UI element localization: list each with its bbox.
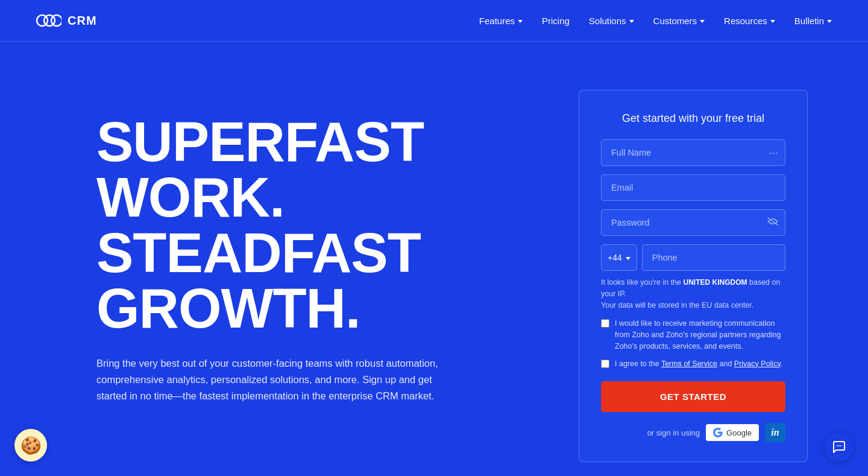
marketing-checkbox[interactable] xyxy=(601,319,609,328)
nav-pricing[interactable]: Pricing xyxy=(542,13,570,28)
eye-slash-icon[interactable] xyxy=(767,217,778,228)
email-field xyxy=(601,174,785,201)
hero-headline: SUPERFAST WORK. STEADFAST GROWTH. xyxy=(96,114,440,336)
terms-link[interactable]: Terms of Service xyxy=(661,360,717,368)
full-name-input[interactable] xyxy=(601,139,785,166)
google-label: Google xyxy=(726,428,752,437)
google-signin-button[interactable]: Google xyxy=(706,424,759,441)
privacy-link[interactable]: Privacy Policy xyxy=(734,360,781,368)
autofill-icon: ⋯ xyxy=(769,147,778,159)
nav-features[interactable]: Features xyxy=(479,13,523,28)
hero-subtext: Bring the very best out of your customer… xyxy=(96,355,440,405)
chat-icon xyxy=(832,440,846,454)
chevron-down-icon xyxy=(770,20,775,23)
ip-notice: It looks like you're in the UNITED KINGD… xyxy=(601,277,785,311)
zoho-crm-logo-icon xyxy=(36,12,61,29)
hero-content: SUPERFAST WORK. STEADFAST GROWTH. Bring … xyxy=(96,78,440,405)
signup-form-panel: Get started with your free trial ⋯ +44 xyxy=(579,90,808,462)
hero-section: SUPERFAST WORK. STEADFAST GROWTH. Bring … xyxy=(0,42,868,476)
nav-resources[interactable]: Resources xyxy=(724,13,775,28)
password-input[interactable] xyxy=(601,209,785,236)
full-name-field: ⋯ xyxy=(601,139,785,166)
form-title: Get started with your free trial xyxy=(601,112,785,125)
nav-menu: Features Pricing Solutions Customers Res… xyxy=(479,13,832,28)
chevron-down-icon xyxy=(518,20,523,23)
chat-widget[interactable] xyxy=(825,433,854,462)
terms-checkbox-row: I agree to the Terms of Service and Priv… xyxy=(601,358,785,370)
cookie-widget[interactable]: 🍪 xyxy=(14,429,47,462)
terms-checkbox[interactable] xyxy=(601,360,609,368)
phone-country-selector[interactable]: +44 xyxy=(601,244,637,271)
nav-bulletin[interactable]: Bulletin xyxy=(794,13,832,28)
terms-label: I agree to the Terms of Service and Priv… xyxy=(615,358,782,370)
chevron-down-icon xyxy=(629,20,634,23)
google-g-icon xyxy=(713,428,723,437)
nav-customers[interactable]: Customers xyxy=(653,13,705,28)
get-started-button[interactable]: GET STARTED xyxy=(601,381,785,412)
logo-text: CRM xyxy=(68,14,97,28)
svg-point-3 xyxy=(837,445,838,446)
linkedin-signin-button[interactable]: in xyxy=(765,423,785,442)
email-input[interactable] xyxy=(601,174,785,201)
chevron-down-icon xyxy=(626,257,631,260)
nav-solutions[interactable]: Solutions xyxy=(589,13,634,28)
cookie-icon: 🍪 xyxy=(20,436,42,455)
sso-label: or sign in using xyxy=(647,428,700,437)
marketing-checkbox-row: I would like to receive marketing commun… xyxy=(601,318,785,352)
logo[interactable]: CRM xyxy=(36,12,97,29)
svg-point-5 xyxy=(840,445,841,446)
sso-section: or sign in using Google in xyxy=(601,423,785,442)
chevron-down-icon xyxy=(827,20,832,23)
linkedin-icon: in xyxy=(771,427,779,438)
password-field xyxy=(601,209,785,236)
country-code: +44 xyxy=(608,253,622,262)
phone-input[interactable] xyxy=(642,244,785,271)
marketing-label: I would like to receive marketing commun… xyxy=(615,318,785,352)
phone-row: +44 xyxy=(601,244,785,271)
svg-point-4 xyxy=(838,445,840,446)
svg-point-2 xyxy=(51,15,61,26)
chevron-down-icon xyxy=(700,20,705,23)
navbar: CRM Features Pricing Solutions Customers… xyxy=(0,0,868,42)
